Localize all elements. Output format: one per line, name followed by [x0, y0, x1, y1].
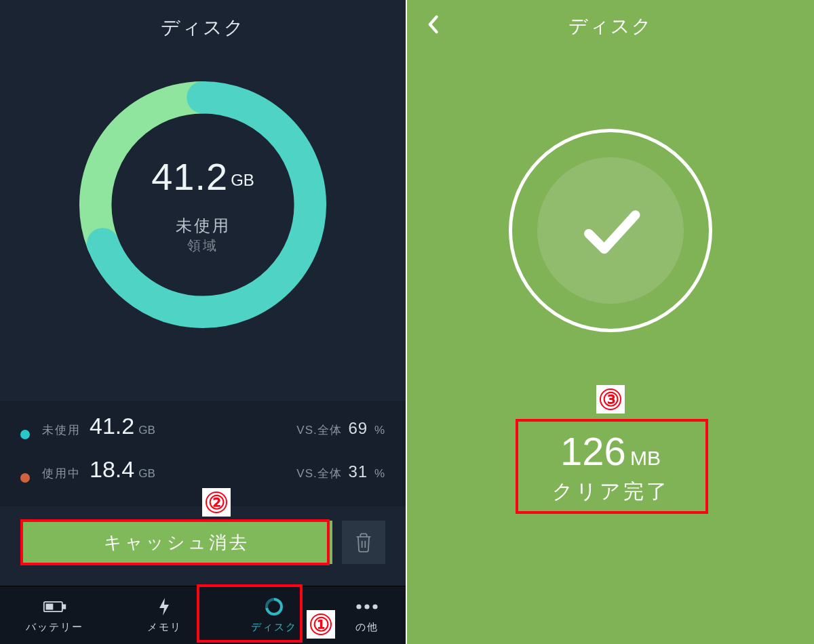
battery-icon: [43, 597, 67, 617]
dot-icon: [20, 473, 30, 483]
svg-point-8: [357, 604, 362, 609]
annotation-badge-3: ③: [596, 385, 625, 414]
tab-label: メモリ: [147, 621, 182, 634]
page-title: ディスク: [407, 0, 814, 39]
stat-value: 41.2: [90, 413, 134, 439]
stat-pct: VS.全体 31 %: [296, 462, 385, 481]
svg-rect-4: [63, 605, 66, 608]
disk-status-screen: ディスク 41.2GB 未使用 領域 未使用 41.2 GB VS.全体 69: [0, 0, 406, 644]
tab-label: バッテリー: [26, 621, 83, 634]
result-done-label: クリア完了: [552, 478, 670, 506]
gauge-label-sub: 領域: [187, 237, 218, 255]
tab-disk[interactable]: ディスク: [219, 586, 329, 644]
back-button[interactable]: [419, 11, 446, 38]
gauge-value: 41.2GB: [151, 155, 254, 199]
stat-row-used: 使用中 18.4 GB VS.全体 31 %: [20, 456, 385, 500]
stat-unit: GB: [138, 424, 155, 437]
clear-cache-button[interactable]: キャッシュ消去: [20, 521, 332, 564]
svg-point-10: [373, 604, 378, 609]
tab-battery[interactable]: バッテリー: [0, 586, 110, 644]
svg-point-9: [365, 604, 370, 609]
chevron-left-icon: [426, 15, 440, 34]
page-title: ディスク: [0, 0, 406, 41]
result-value: 126: [560, 428, 626, 474]
tab-label: の他: [355, 621, 379, 634]
tab-memory[interactable]: メモリ: [110, 586, 220, 644]
dot-icon: [20, 430, 30, 439]
bolt-icon: [152, 597, 176, 617]
clear-result: 126MB クリア完了: [552, 428, 670, 506]
tab-other[interactable]: の他: [329, 586, 406, 644]
disk-stats: 未使用 41.2 GB VS.全体 69 % 使用中 18.4 GB VS.全体…: [0, 400, 406, 506]
ring-icon: [262, 597, 286, 617]
more-icon: [355, 597, 379, 617]
trash-icon: [354, 532, 373, 552]
stat-pct: VS.全体 69 %: [296, 419, 385, 438]
stat-unit: GB: [138, 467, 155, 481]
tab-label: ディスク: [251, 621, 297, 634]
stat-value: 18.4: [90, 456, 134, 483]
disk-usage-gauge: 41.2GB 未使用 領域: [74, 76, 332, 334]
stat-row-free: 未使用 41.2 GB VS.全体 69 %: [20, 413, 385, 456]
stat-label: 未使用: [42, 422, 90, 438]
bottom-tabbar: バッテリー メモリ ディスク の他: [0, 586, 406, 644]
trash-button[interactable]: [342, 521, 385, 564]
svg-rect-5: [45, 604, 53, 610]
check-icon: [573, 193, 648, 268]
gauge-label-main: 未使用: [176, 215, 231, 237]
success-indicator: [509, 129, 712, 332]
disk-cleared-screen: ディスク 126MB クリア完了 ③: [406, 0, 814, 644]
result-unit: MB: [630, 447, 661, 469]
stat-label: 使用中: [42, 466, 90, 481]
